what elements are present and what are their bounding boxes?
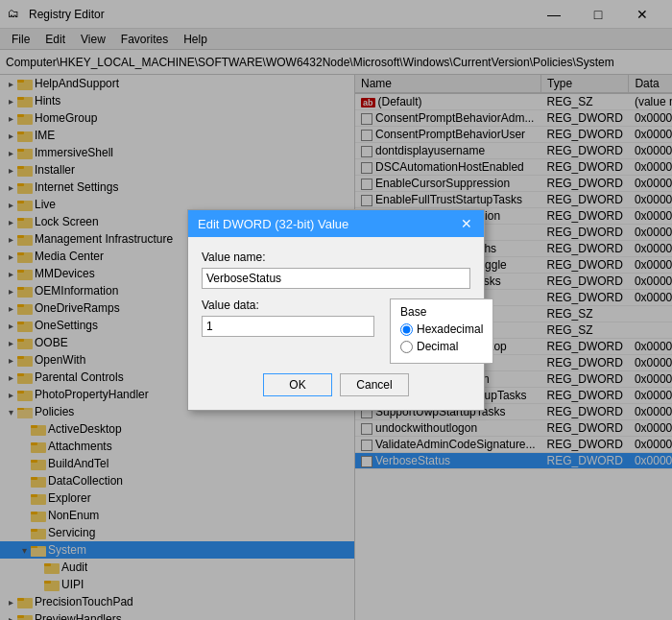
hex-label: Hexadecimal xyxy=(417,322,483,336)
hex-radio[interactable] xyxy=(400,323,413,336)
value-data-label: Value data: xyxy=(202,298,374,312)
modal-data-row: Value data: Base Hexadecimal Decimal xyxy=(202,298,470,364)
dec-radio[interactable] xyxy=(400,341,413,353)
value-name-label: Value name: xyxy=(202,250,470,264)
modal-close-button[interactable]: ✕ xyxy=(459,216,474,231)
cancel-button[interactable]: Cancel xyxy=(340,373,409,396)
value-data-input[interactable] xyxy=(202,316,374,337)
hexadecimal-option[interactable]: Hexadecimal xyxy=(400,322,483,336)
modal-title: Edit DWORD (32-bit) Value xyxy=(198,217,348,231)
base-label: Base xyxy=(400,305,483,319)
ok-button[interactable]: OK xyxy=(263,373,332,396)
modal-buttons: OK Cancel xyxy=(202,373,470,396)
modal-overlay: Edit DWORD (32-bit) Value ✕ Value name: … xyxy=(0,0,672,620)
decimal-option[interactable]: Decimal xyxy=(400,340,483,353)
modal-body: Value name: Value data: Base Hexadecimal… xyxy=(188,237,484,410)
dec-label: Decimal xyxy=(417,340,458,353)
base-box: Base Hexadecimal Decimal xyxy=(390,298,493,364)
value-data-section: Value data: xyxy=(202,298,374,364)
edit-dword-modal: Edit DWORD (32-bit) Value ✕ Value name: … xyxy=(187,209,485,411)
value-name-input[interactable] xyxy=(202,268,470,289)
modal-titlebar: Edit DWORD (32-bit) Value ✕ xyxy=(188,210,484,237)
